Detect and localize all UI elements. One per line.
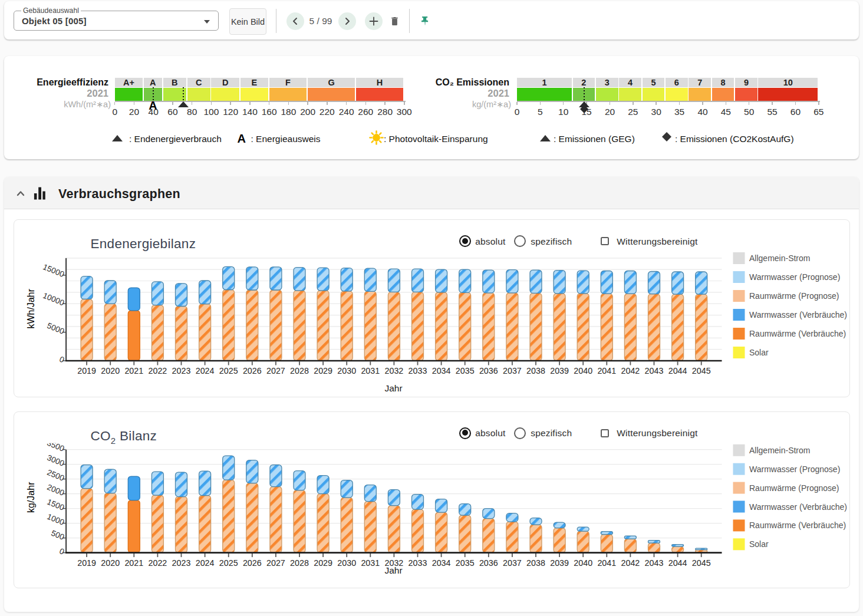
svg-text:Solar: Solar — [749, 539, 769, 549]
svg-text:2033: 2033 — [408, 366, 427, 375]
svg-text:kWh/Jahr: kWh/Jahr — [26, 289, 36, 329]
svg-text:5000: 5000 — [45, 321, 65, 336]
svg-text:2036: 2036 — [479, 558, 498, 567]
svg-text:3000: 3000 — [45, 453, 65, 467]
svg-text:2026: 2026 — [242, 558, 261, 567]
svg-text:2022: 2022 — [148, 558, 167, 567]
svg-text:2020: 2020 — [101, 366, 120, 375]
svg-text:Warmwasser (Prognose): Warmwasser (Prognose) — [749, 272, 840, 282]
svg-text:2029: 2029 — [314, 558, 332, 567]
svg-text:2000: 2000 — [45, 482, 65, 497]
svg-text:2024: 2024 — [195, 558, 214, 567]
svg-text:2025: 2025 — [219, 558, 238, 567]
svg-text:2028: 2028 — [290, 366, 309, 375]
svg-text:2042: 2042 — [621, 558, 640, 567]
svg-text:2035: 2035 — [455, 366, 474, 375]
svg-text:2027: 2027 — [266, 366, 285, 375]
svg-text:Raumwärme (Prognose): Raumwärme (Prognose) — [749, 483, 839, 492]
svg-text:2019: 2019 — [77, 366, 96, 375]
svg-text:2043: 2043 — [644, 366, 663, 375]
svg-text:Jahr: Jahr — [384, 565, 402, 575]
svg-text:2020: 2020 — [101, 558, 120, 567]
svg-text:Warmwasser (Verbräuche): Warmwasser (Verbräuche) — [749, 310, 847, 319]
svg-text:2019: 2019 — [77, 558, 96, 567]
svg-text:0: 0 — [58, 546, 65, 556]
svg-text:2029: 2029 — [314, 366, 332, 375]
svg-text:10000: 10000 — [41, 291, 65, 308]
svg-text:2021: 2021 — [124, 366, 143, 375]
svg-text:2023: 2023 — [172, 558, 190, 567]
svg-text:2025: 2025 — [219, 366, 238, 375]
svg-text:2044: 2044 — [668, 558, 687, 567]
svg-text:2033: 2033 — [408, 558, 427, 567]
svg-text:0: 0 — [58, 355, 65, 365]
svg-text:2039: 2039 — [550, 558, 569, 567]
svg-text:2022: 2022 — [148, 366, 167, 375]
svg-text:2035: 2035 — [455, 558, 474, 567]
svg-text:2042: 2042 — [621, 366, 640, 375]
svg-text:2026: 2026 — [242, 366, 261, 375]
svg-text:2034: 2034 — [431, 558, 450, 567]
svg-text:Allgemein-Strom: Allgemein-Strom — [749, 445, 810, 454]
svg-text:2027: 2027 — [266, 558, 285, 567]
svg-text:2041: 2041 — [597, 366, 616, 375]
svg-text:Jahr: Jahr — [384, 383, 402, 393]
svg-text:2038: 2038 — [526, 558, 545, 567]
svg-text:kg/Jahr: kg/Jahr — [26, 482, 36, 513]
svg-text:15000: 15000 — [41, 262, 65, 279]
svg-text:2037: 2037 — [502, 366, 521, 375]
svg-text:2038: 2038 — [526, 366, 545, 375]
svg-text:1000: 1000 — [45, 512, 65, 526]
svg-text:2031: 2031 — [361, 366, 380, 375]
svg-text:2040: 2040 — [574, 558, 592, 567]
svg-text:2036: 2036 — [479, 366, 498, 375]
svg-text:2024: 2024 — [195, 366, 214, 375]
svg-text:Raumwärme (Prognose): Raumwärme (Prognose) — [749, 291, 839, 301]
svg-text:2023: 2023 — [172, 366, 190, 375]
svg-text:Raumwärme (Verbräuche): Raumwärme (Verbräuche) — [749, 521, 846, 530]
svg-text:Raumwärme (Verbräuche): Raumwärme (Verbräuche) — [749, 329, 846, 338]
svg-text:2021: 2021 — [124, 558, 143, 567]
svg-text:2039: 2039 — [550, 366, 569, 375]
svg-text:2041: 2041 — [597, 558, 616, 567]
svg-text:2043: 2043 — [644, 558, 663, 567]
svg-text:2028: 2028 — [290, 558, 309, 567]
svg-text:500: 500 — [50, 528, 65, 541]
svg-text:2044: 2044 — [668, 366, 687, 375]
svg-text:2040: 2040 — [574, 366, 592, 375]
svg-text:1500: 1500 — [45, 497, 65, 512]
svg-text:2030: 2030 — [337, 558, 356, 567]
svg-text:2030: 2030 — [337, 366, 356, 375]
svg-text:Warmwasser (Verbräuche): Warmwasser (Verbräuche) — [749, 502, 847, 511]
svg-text:Allgemein-Strom: Allgemein-Strom — [749, 253, 810, 263]
svg-text:Solar: Solar — [749, 348, 769, 357]
svg-text:2045: 2045 — [691, 558, 710, 567]
svg-text:2500: 2500 — [45, 467, 65, 482]
svg-text:2034: 2034 — [431, 366, 450, 375]
svg-text:2031: 2031 — [361, 558, 380, 567]
svg-text:2037: 2037 — [502, 558, 521, 567]
svg-text:2045: 2045 — [691, 366, 710, 375]
svg-text:Warmwasser (Prognose): Warmwasser (Prognose) — [749, 464, 840, 473]
svg-text:2032: 2032 — [384, 366, 403, 375]
